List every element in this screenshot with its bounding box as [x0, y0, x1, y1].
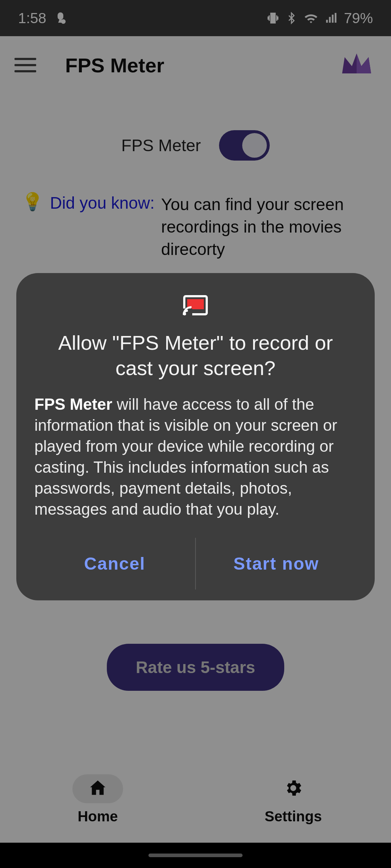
dialog-actions: Cancel Start now [34, 545, 357, 582]
cast-icon [34, 295, 357, 316]
dialog-app-name: FPS Meter [34, 395, 112, 413]
start-now-button[interactable]: Start now [196, 545, 357, 582]
svg-point-4 [183, 312, 186, 315]
cancel-button[interactable]: Cancel [34, 545, 195, 582]
dialog-body: FPS Meter will have access to all of the… [34, 394, 357, 520]
dialog-body-text: will have access to all of the informati… [34, 395, 337, 518]
dialog-title: Allow "FPS Meter" to record or cast your… [38, 330, 353, 381]
screen-capture-dialog: Allow "FPS Meter" to record or cast your… [16, 273, 375, 600]
